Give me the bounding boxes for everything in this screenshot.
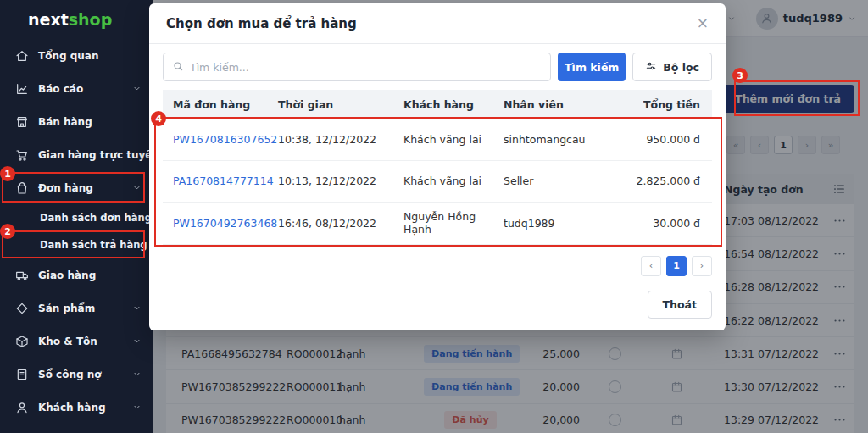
chevron-down-icon bbox=[132, 336, 142, 346]
modal-footer: Thoát bbox=[149, 280, 726, 330]
search-icon bbox=[172, 59, 184, 75]
sidebar-item-don-hang[interactable]: Đơn hàng bbox=[0, 171, 153, 204]
search-row: Tìm kiếm Bộ lọc bbox=[163, 53, 712, 81]
column-header: Khách hàng bbox=[403, 98, 504, 111]
sidebar-item-label: Kho & Tồn bbox=[38, 336, 97, 347]
ledger-icon bbox=[15, 368, 29, 381]
modal-page-button[interactable]: › bbox=[692, 256, 712, 276]
return-order-modal: Chọn đơn mua để trả hàng × Tìm kiếm Bộ l… bbox=[149, 3, 726, 330]
search-button[interactable]: Tìm kiếm bbox=[558, 53, 626, 81]
logo-text-shop: shop bbox=[69, 10, 113, 29]
chart-icon bbox=[15, 82, 29, 96]
modal-page-button[interactable]: 1 bbox=[666, 256, 687, 276]
search-field[interactable] bbox=[163, 53, 551, 81]
sidebar-item-danh-sach-tra-hang[interactable]: Danh sách trả hàng bbox=[0, 231, 153, 258]
sidebar-item-giao-hang[interactable]: Giao hàng bbox=[0, 258, 153, 291]
logo-text-next: next bbox=[28, 10, 69, 29]
staff-name: Seller bbox=[504, 175, 631, 187]
chevron-down-icon bbox=[132, 183, 142, 192]
column-header: Mã đơn hàng bbox=[173, 98, 278, 111]
search-input[interactable] bbox=[190, 61, 542, 74]
column-header: Thời gian bbox=[278, 98, 403, 111]
cart-icon bbox=[15, 148, 29, 162]
box-icon bbox=[15, 335, 29, 348]
sidebar-item-danh-sach-don-hang[interactable]: Danh sách đơn hàng bbox=[0, 204, 153, 231]
sidebar-item-tong-quan[interactable]: Tổng quan bbox=[0, 39, 153, 72]
filter-button[interactable]: Bộ lọc bbox=[632, 53, 712, 81]
order-time: 10:13, 12/12/2022 bbox=[278, 175, 403, 187]
staff-name: tudq1989 bbox=[504, 217, 631, 230]
sidebar-item-label: Sản phẩm bbox=[38, 303, 95, 314]
orders-table-body: PW167081630765210:38, 12/12/2022Khách vã… bbox=[163, 119, 712, 245]
user-icon bbox=[15, 401, 29, 414]
order-time: 10:38, 12/12/2022 bbox=[278, 133, 403, 146]
order-id-link[interactable]: PW1670816307652 bbox=[173, 133, 278, 146]
staff-name: sinhtomangcau bbox=[504, 133, 631, 146]
sidebar-item-khach-hang[interactable]: Khách hàng bbox=[0, 391, 153, 424]
sidebar-item-label: Báo cáo bbox=[38, 83, 83, 95]
chevron-down-icon bbox=[132, 402, 142, 412]
sidebar-item-label: Bán hàng bbox=[38, 116, 92, 128]
column-header: Nhân viên bbox=[504, 98, 631, 111]
shop-icon bbox=[15, 115, 29, 129]
sidebar-item-label: Sổ công nợ bbox=[38, 369, 102, 380]
bag-icon bbox=[15, 181, 29, 195]
order-row[interactable]: PA167081477711410:13, 12/12/2022Khách vã… bbox=[163, 161, 712, 203]
sidebar-item-san-pham[interactable]: Sản phẩm bbox=[0, 291, 153, 325]
order-row[interactable]: PW167081630765210:38, 12/12/2022Khách vã… bbox=[163, 119, 712, 161]
sidebar-item-so-cong-no[interactable]: Sổ công nợ bbox=[0, 358, 153, 391]
sidebar-item-bao-cao[interactable]: Báo cáo bbox=[0, 72, 153, 105]
sidebar: nextshop Tổng quanBáo cáoBán hàngGian hà… bbox=[0, 0, 153, 433]
exit-button[interactable]: Thoát bbox=[648, 291, 712, 319]
modal-pagination: ‹1› bbox=[163, 256, 712, 276]
home-icon bbox=[15, 49, 29, 63]
total-amount: 30.000 đ bbox=[631, 217, 702, 230]
app-logo[interactable]: nextshop bbox=[0, 0, 153, 39]
order-row[interactable]: PW167049276346816:46, 08/12/2022Nguyễn H… bbox=[163, 203, 712, 245]
modal-page-button[interactable]: ‹ bbox=[641, 256, 661, 276]
order-id-link[interactable]: PA1670814777114 bbox=[173, 175, 278, 187]
tag-icon bbox=[15, 302, 29, 315]
sidebar-item-label: Danh sách đơn hàng bbox=[40, 212, 152, 224]
sidebar-item-label: Khách hàng bbox=[38, 402, 106, 414]
chevron-down-icon bbox=[132, 369, 142, 379]
modal-body: Tìm kiếm Bộ lọc Mã đơn hàngThời gianKhác… bbox=[149, 44, 726, 280]
sidebar-menu: Tổng quanBáo cáoBán hàngGian hàng trực t… bbox=[0, 39, 153, 424]
sidebar-item-label: Đơn hàng bbox=[38, 182, 93, 194]
sidebar-item-ban-hang[interactable]: Bán hàng bbox=[0, 105, 153, 138]
modal-header: Chọn đơn mua để trả hàng × bbox=[149, 3, 726, 44]
sidebar-item-label: Gian hàng trực tuyến bbox=[38, 149, 159, 161]
total-amount: 2.825.000 đ bbox=[631, 175, 702, 187]
column-header: Tổng tiền bbox=[631, 98, 702, 111]
total-amount: 950.000 đ bbox=[631, 133, 702, 146]
customer-name: Khách vãng lai bbox=[403, 175, 504, 187]
sidebar-item-label: Danh sách trả hàng bbox=[40, 239, 147, 251]
truck-icon bbox=[15, 269, 29, 282]
filter-button-label: Bộ lọc bbox=[663, 61, 699, 74]
order-id-link[interactable]: PW1670492763468 bbox=[173, 217, 278, 230]
close-icon[interactable]: × bbox=[697, 16, 709, 31]
chevron-down-icon bbox=[132, 303, 142, 313]
chevron-down-icon bbox=[132, 84, 142, 93]
filter-icon bbox=[645, 60, 657, 75]
modal-title: Chọn đơn mua để trả hàng bbox=[166, 16, 357, 31]
sidebar-item-gian-hang-truc-tuyen[interactable]: Gian hàng trực tuyến bbox=[0, 138, 153, 171]
sidebar-item-kho-ton[interactable]: Kho & Tồn bbox=[0, 325, 153, 358]
customer-name: Khách vãng lai bbox=[403, 133, 504, 146]
order-time: 16:46, 08/12/2022 bbox=[278, 217, 403, 230]
sidebar-item-label: Giao hàng bbox=[38, 269, 96, 281]
customer-name: Nguyễn Hồng Hạnh bbox=[403, 210, 504, 236]
orders-table-header: Mã đơn hàngThời gianKhách hàngNhân viênT… bbox=[163, 90, 712, 119]
sidebar-item-label: Tổng quan bbox=[38, 50, 99, 62]
